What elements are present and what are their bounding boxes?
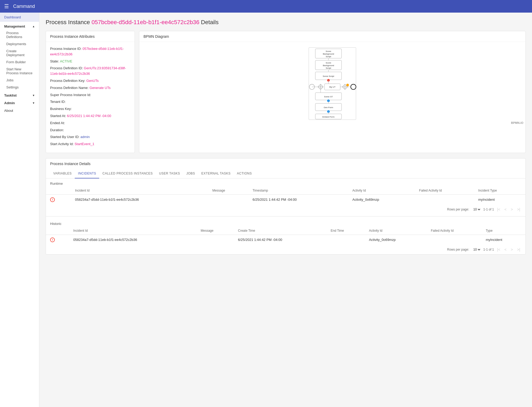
- attr-instance-id: Process Instance ID: 057bcbee-d5dd-11eb-…: [50, 46, 130, 57]
- tab-actions[interactable]: ACTIONS: [234, 169, 255, 178]
- attr-start-activity: Start Activity Id: StartEvent_1: [50, 141, 130, 147]
- col-timestamp: Timestamp: [248, 187, 348, 195]
- sidebar-section-management[interactable]: Management ▲: [0, 22, 39, 29]
- start-activity-link[interactable]: StartEvent_1: [75, 142, 94, 146]
- hist-rows-per-page-select[interactable]: 10 25 50: [472, 247, 481, 252]
- col-incident-type: Incident Type: [474, 187, 525, 195]
- row-activity-id: Activity_0o69mzp: [348, 194, 415, 205]
- hist-col-type: Type: [482, 227, 525, 235]
- svg-point-22: [351, 84, 356, 89]
- svg-text:Gen Form: Gen Form: [324, 106, 333, 109]
- attr-definition-id: Process Definition ID: GenUTs:23:8359173…: [50, 66, 130, 77]
- hist-first-page-button[interactable]: |<: [496, 247, 501, 252]
- bpmn-watermark: BPMN.iO: [511, 121, 523, 124]
- hist-row-icon-cell: !: [46, 235, 69, 245]
- hist-row-message: [196, 235, 234, 245]
- sidebar-item-process-definitions[interactable]: Process Definitions: [0, 29, 39, 40]
- attr-super-instance: Super Process Instance Id:: [50, 92, 130, 98]
- tabs-container: VARIABLES INCIDENTS CALLED PROCESS INSTA…: [46, 169, 525, 178]
- row-timestamp: 6/25/2021 1:44:42 PM -04:00: [248, 194, 348, 205]
- svg-point-21: [346, 84, 349, 86]
- chevron-up-icon: ▲: [32, 25, 35, 28]
- last-page-button[interactable]: >|: [516, 207, 521, 212]
- tab-incidents[interactable]: INCIDENTS: [75, 169, 99, 178]
- tab-jobs[interactable]: JOBS: [183, 169, 198, 178]
- started-by-link[interactable]: admin: [81, 135, 90, 139]
- bpmn-diagram-svg: Score Background Script Score Background…: [301, 46, 364, 122]
- sidebar-item-start-new-process[interactable]: Start New Process Instance: [0, 66, 39, 77]
- page-process-id: 057bcbee-d5dd-11eb-b1f1-ee4c572c2b36: [92, 19, 199, 25]
- sidebar-item-jobs[interactable]: Jobs: [0, 77, 39, 84]
- tab-user-tasks[interactable]: USER TASKS: [156, 169, 183, 178]
- attr-business-key: Business Key:: [50, 106, 130, 112]
- hist-row-incident-id: 058234a7-d5dd-11eb-b1f1-ee4c572c2b36: [69, 235, 196, 245]
- col-incident-id: Incident Id: [71, 187, 208, 195]
- hist-col-incident-id: Incident Id: [69, 227, 196, 235]
- table-row: ! 058234a7-d5dd-11eb-b1f1-ee4c572c2b36 6…: [46, 194, 525, 205]
- historic-pagination: Rows per page: 10 25 50 1-1 of 1 |< < > …: [46, 245, 525, 254]
- cards-row: Process Instance Attributes Process Inst…: [46, 31, 526, 153]
- started-at-value: 6/25/2021 1:44:42 PM -04:00: [67, 114, 111, 118]
- row-incident-id: 058234a7-d5dd-11eb-b1f1-ee4c572c2b36: [71, 194, 208, 205]
- definition-key-link[interactable]: GenUTs: [86, 79, 99, 83]
- definition-name-link[interactable]: Generate UTs: [89, 86, 110, 90]
- sidebar-section-tasklist[interactable]: Tasklist ▼: [0, 91, 39, 98]
- runtime-table: Incident Id Message Timestamp Activity I…: [46, 187, 525, 205]
- rows-per-page-select[interactable]: 10 25 50: [472, 207, 481, 212]
- sidebar-item-about[interactable]: About: [0, 106, 39, 115]
- col-icon: [46, 187, 71, 195]
- sidebar-item-create-deployment[interactable]: Create Deployment: [0, 47, 39, 59]
- historic-section-label: Historic: [46, 219, 525, 227]
- attr-definition-name: Process Definition Name: Generate UTs: [50, 85, 130, 91]
- historic-table: Incident Id Message Create Time End Time…: [46, 227, 525, 245]
- hist-row-failed-activity-id: [427, 235, 481, 245]
- sidebar-section-admin[interactable]: Admin ▼: [0, 98, 39, 106]
- tab-external-tasks[interactable]: EXTERNAL TASKS: [198, 169, 234, 178]
- hist-warning-icon: !: [50, 237, 55, 242]
- page-title: Process Instance 057bcbee-d5dd-11eb-b1f1…: [46, 19, 526, 26]
- attr-duration: Duration:: [50, 128, 130, 133]
- hist-row-create-time: 6/25/2021 1:44:42 PM -04:00: [234, 235, 326, 245]
- bpmn-diagram-area[interactable]: Score Background Script Score Background…: [139, 42, 525, 126]
- prev-page-button[interactable]: <: [503, 207, 508, 212]
- attr-started-at: Started At: 6/25/2021 1:44:42 PM -04:00: [50, 113, 130, 119]
- attr-state: State: ACTIVE: [50, 59, 130, 64]
- sidebar-item-form-builder[interactable]: Form Builder: [0, 59, 39, 66]
- attributes-card: Process Instance Attributes Process Inst…: [46, 31, 135, 153]
- hist-last-page-button[interactable]: >|: [516, 247, 521, 252]
- svg-text:Some Script: Some Script: [323, 75, 334, 77]
- col-failed-activity-id: Failed Activity Id: [415, 187, 474, 195]
- rows-per-page-label: Rows per page:: [447, 208, 469, 211]
- hist-prev-page-button[interactable]: <: [503, 247, 508, 252]
- details-section-title: Process Instance Details: [46, 158, 525, 169]
- details-card: Process Instance Details VARIABLES INCID…: [46, 158, 526, 255]
- page-title-suffix: Details: [199, 19, 219, 25]
- app-title: Cammand: [13, 4, 35, 9]
- attr-ended-at: Ended At:: [50, 120, 130, 126]
- svg-text:My UT: My UT: [329, 86, 336, 88]
- attr-started-by: Started By User ID: admin: [50, 134, 130, 140]
- sidebar-item-deployments[interactable]: Deployments: [0, 40, 39, 47]
- bpmn-card: BPMN Diagram Score Background Script Sco…: [139, 31, 526, 153]
- first-page-button[interactable]: |<: [496, 207, 501, 212]
- next-page-button[interactable]: >: [510, 207, 514, 212]
- svg-text:Background: Background: [323, 64, 334, 67]
- page-info: 1-1 of 1: [483, 208, 494, 211]
- menu-icon[interactable]: ☰: [4, 3, 9, 9]
- sidebar-item-dashboard[interactable]: Dashboard: [0, 13, 39, 22]
- topbar: ☰ Cammand: [0, 0, 532, 13]
- hist-row-type: myIncident: [482, 235, 525, 245]
- sidebar-item-settings[interactable]: Settings: [0, 84, 39, 91]
- main-content: Process Instance 057bcbee-d5dd-11eb-b1f1…: [39, 13, 532, 407]
- col-activity-id: Activity Id: [348, 187, 415, 195]
- hist-row-activity-id: Activity_0o69mzp: [365, 235, 427, 245]
- attributes-card-title: Process Instance Attributes: [46, 31, 135, 42]
- tab-variables[interactable]: VARIABLES: [50, 169, 75, 178]
- tab-called-process-instances[interactable]: CALLED PROCESS INSTANCES: [99, 169, 156, 178]
- hist-col-icon: [46, 227, 69, 235]
- runtime-section-label: Runtime: [46, 178, 525, 187]
- hist-page-info: 1-1 of 1: [483, 248, 494, 251]
- row-incident-type: myIncident: [474, 194, 525, 205]
- hist-next-page-button[interactable]: >: [510, 247, 514, 252]
- attr-tenant-id: Tenant ID:: [50, 99, 130, 105]
